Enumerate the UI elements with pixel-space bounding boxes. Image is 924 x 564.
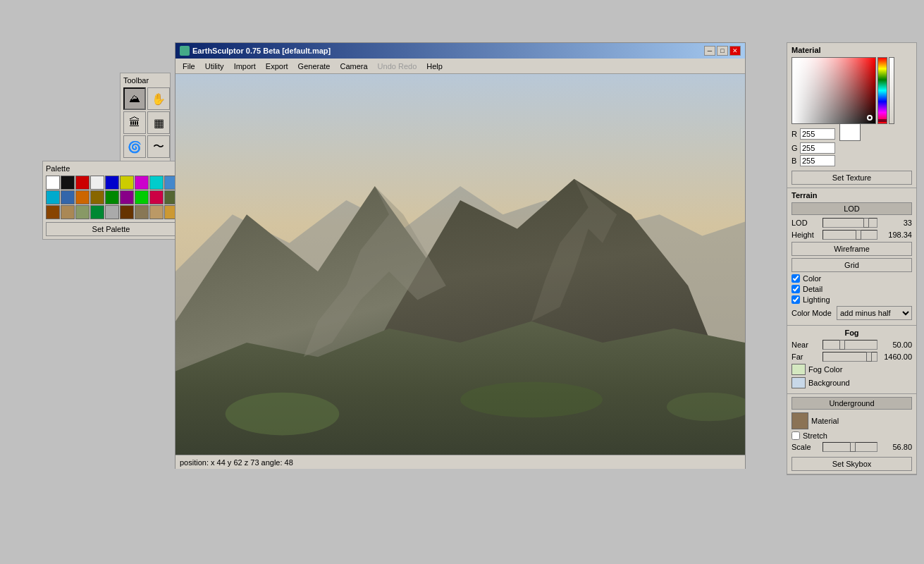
background-color-swatch[interactable] bbox=[791, 377, 806, 388]
detail-checkbox-label: Detail bbox=[803, 285, 823, 293]
water-tool[interactable]: 〜 bbox=[147, 135, 170, 158]
set-palette-button[interactable]: Set Palette bbox=[46, 222, 176, 236]
palette-color[interactable] bbox=[149, 176, 164, 190]
near-thumb[interactable] bbox=[839, 340, 845, 350]
background-color-row: Background bbox=[791, 377, 912, 388]
fog-color-swatch[interactable] bbox=[791, 364, 806, 375]
maximize-button[interactable]: □ bbox=[717, 46, 728, 56]
minimize-button[interactable]: ─ bbox=[704, 46, 715, 56]
wireframe-button[interactable]: Wireframe bbox=[791, 242, 912, 256]
menu-item-file[interactable]: File bbox=[178, 61, 199, 72]
svg-point-6 bbox=[460, 382, 603, 418]
g-input[interactable] bbox=[800, 142, 835, 154]
height-thumb[interactable] bbox=[856, 230, 861, 240]
color-picker-area bbox=[791, 57, 912, 124]
detail-checkbox[interactable] bbox=[791, 285, 800, 293]
set-texture-button[interactable]: Set Texture bbox=[791, 171, 912, 185]
color-mode-select[interactable]: add minus half multiply add subtract bbox=[837, 306, 912, 320]
fog-title: Fog bbox=[791, 329, 912, 337]
palette-color[interactable] bbox=[90, 205, 104, 219]
palette-color[interactable] bbox=[75, 176, 90, 190]
palette-color[interactable] bbox=[61, 205, 75, 219]
height-slider-row: Height 198.34 bbox=[791, 230, 912, 240]
material-row: Material bbox=[791, 412, 912, 429]
menu-item-import[interactable]: Import bbox=[230, 61, 260, 72]
palette-color[interactable] bbox=[90, 176, 104, 190]
palette-color[interactable] bbox=[75, 205, 90, 219]
near-slider[interactable] bbox=[823, 340, 877, 350]
far-thumb[interactable] bbox=[866, 352, 872, 362]
scale-thumb[interactable] bbox=[850, 442, 856, 452]
palette-color[interactable] bbox=[120, 176, 134, 190]
palette-color[interactable] bbox=[120, 205, 134, 219]
palette-panel: Palette Set Palette bbox=[42, 161, 180, 240]
palette-color[interactable] bbox=[105, 190, 119, 204]
scale-slider[interactable] bbox=[823, 442, 877, 452]
menu-item-undo-redo: Undo Redo bbox=[374, 61, 421, 72]
hue-slider[interactable] bbox=[877, 57, 887, 124]
menu-item-export[interactable]: Export bbox=[261, 61, 292, 72]
palette-color[interactable] bbox=[149, 190, 164, 204]
lod-thumb[interactable] bbox=[863, 218, 869, 228]
palette-color[interactable] bbox=[135, 190, 149, 204]
heightmap-tool[interactable]: ⛰ bbox=[123, 87, 146, 110]
palette-title: Palette bbox=[46, 164, 176, 173]
toolbar-title: Toolbar bbox=[123, 76, 167, 85]
lighting-checkbox-row: Lighting bbox=[791, 295, 912, 304]
menu-item-generate[interactable]: Generate bbox=[294, 61, 335, 72]
material-thumbnail[interactable] bbox=[791, 412, 808, 429]
palette-color[interactable] bbox=[46, 190, 60, 204]
scale-value: 56.80 bbox=[880, 443, 912, 451]
lod-bar: LOD bbox=[791, 202, 912, 215]
terrain-title: Terrain bbox=[791, 191, 912, 200]
erode-tool[interactable]: 🌀 bbox=[123, 135, 146, 158]
menu-item-help[interactable]: Help bbox=[422, 61, 447, 72]
palette-color[interactable] bbox=[105, 176, 119, 190]
color-checkbox-label: Color bbox=[803, 274, 821, 283]
b-row: B bbox=[791, 155, 912, 166]
color-mode-row: Color Mode add minus half multiply add s… bbox=[791, 306, 912, 320]
palette-color[interactable] bbox=[46, 205, 60, 219]
close-button[interactable]: ✕ bbox=[729, 46, 741, 56]
far-slider[interactable] bbox=[823, 352, 877, 362]
lod-slider-row: LOD 33 bbox=[791, 218, 912, 228]
palette-color[interactable] bbox=[105, 205, 119, 219]
near-slider-row: Near 50.00 bbox=[791, 340, 912, 350]
material-section: Material R G bbox=[787, 43, 916, 188]
set-skybox-button[interactable]: Set Skybox bbox=[791, 457, 912, 471]
stamp-tool[interactable]: 🏛 bbox=[123, 111, 146, 134]
app-icon bbox=[180, 46, 190, 56]
texture-grid-tool[interactable]: ▦ bbox=[147, 111, 170, 134]
near-label: Near bbox=[791, 341, 820, 349]
palette-color[interactable] bbox=[46, 176, 60, 190]
palette-color[interactable] bbox=[135, 205, 149, 219]
grid-button[interactable]: Grid bbox=[791, 258, 912, 272]
height-value: 198.34 bbox=[880, 231, 912, 239]
lod-slider[interactable] bbox=[823, 218, 877, 228]
viewport[interactable] bbox=[175, 74, 745, 455]
stretch-checkbox[interactable] bbox=[791, 431, 800, 440]
palette-color[interactable] bbox=[90, 190, 104, 204]
menu-item-camera[interactable]: Camera bbox=[335, 61, 371, 72]
alpha-slider[interactable] bbox=[889, 57, 894, 124]
b-input[interactable] bbox=[800, 155, 835, 166]
palette-color[interactable] bbox=[75, 190, 90, 204]
color-checkbox[interactable] bbox=[791, 274, 800, 283]
palette-color[interactable] bbox=[135, 176, 149, 190]
color-gradient-container[interactable] bbox=[791, 57, 876, 124]
palette-color[interactable] bbox=[61, 176, 75, 190]
far-label: Far bbox=[791, 352, 820, 361]
menu-item-utility[interactable]: Utility bbox=[201, 61, 228, 72]
color-checkbox-row: Color bbox=[791, 274, 912, 283]
palette-color[interactable] bbox=[61, 190, 75, 204]
g-row: G bbox=[791, 142, 912, 154]
height-slider[interactable] bbox=[823, 230, 877, 240]
r-input[interactable] bbox=[800, 128, 835, 140]
menu-bar: FileUtilityImportExportGenerateCameraUnd… bbox=[175, 59, 745, 74]
palette-color[interactable] bbox=[120, 190, 134, 204]
window-title: EarthSculptor 0.75 Beta [default.map] bbox=[192, 47, 331, 55]
lighting-checkbox[interactable] bbox=[791, 295, 800, 304]
material-title: Material bbox=[791, 46, 912, 54]
sculpt-tool[interactable]: ✋ bbox=[147, 87, 170, 110]
palette-color[interactable] bbox=[149, 205, 164, 219]
